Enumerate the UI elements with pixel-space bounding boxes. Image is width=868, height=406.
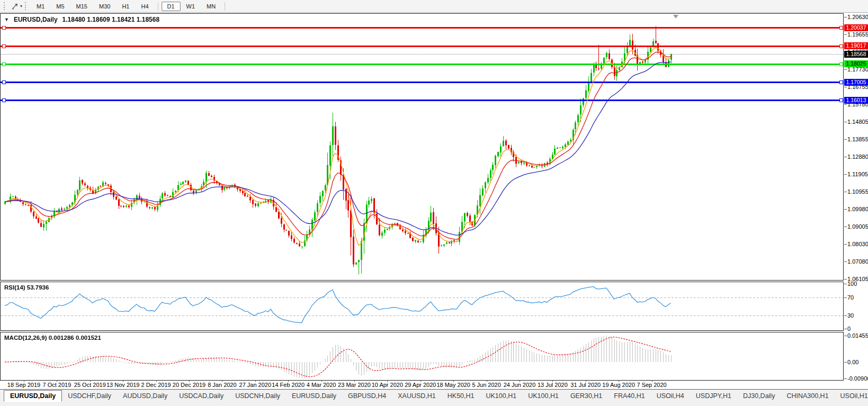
timeframe-button-m15[interactable]: M15	[70, 2, 93, 11]
top-toolbar: ▾ M1M5M15M30H1H4D1W1MN	[0, 0, 868, 13]
chart-tab[interactable]: FRA40,H1	[608, 391, 650, 402]
macd-label: MACD(12,26,9) 0.001286 0.001521	[4, 335, 101, 341]
rsi-panel: RSI(14) 53.7936	[0, 282, 844, 331]
date-axis-label: 10 Apr 2020	[372, 382, 403, 388]
chart-tab[interactable]: GER30,H1	[565, 391, 608, 402]
price-axis-tick: 1.09980	[847, 206, 868, 212]
macd-panel: MACD(12,26,9) 0.001286 0.001521	[0, 332, 844, 381]
chart-tab[interactable]: EURUSD,Daily	[286, 391, 342, 402]
date-axis-label: 5 Jun 2020	[472, 382, 500, 388]
price-axis: 1.206301.196551.186801.177301.167551.157…	[844, 13, 868, 384]
chart-tab[interactable]: USOil,H4	[651, 391, 690, 402]
chart-tab[interactable]: XAUUSD,H1	[392, 391, 442, 402]
macd-axis-tick: 0.00	[847, 359, 858, 365]
cursor-tool-button[interactable]: ▾	[10, 2, 24, 11]
date-axis-label: 18 Sep 2019	[7, 382, 40, 388]
price-axis-tick: 1.20630	[847, 14, 868, 20]
price-axis-tick: 1.13855	[847, 137, 868, 142]
timeframe-button-mn[interactable]: MN	[201, 2, 221, 11]
date-axis-label: 29 Apr 2020	[405, 382, 436, 388]
chart-tab[interactable]: EURUSD,Daily	[4, 390, 62, 402]
price-axis-tick: 1.17730	[847, 67, 868, 73]
rsi-axis-tick: 70	[847, 295, 854, 301]
timeframe-button-m1[interactable]: M1	[31, 2, 50, 11]
hline-price-box: 1.17005	[844, 79, 868, 86]
cursor-tool-icon	[11, 2, 19, 10]
date-axis-label: 27 Jan 2020	[239, 382, 272, 388]
date-axis-label: 8 Jan 2020	[208, 382, 236, 388]
toolbar-separator	[225, 2, 225, 11]
chart-collapse-icon[interactable]: ▼	[4, 17, 9, 22]
chart-tab[interactable]: USDCNH,Daily	[229, 391, 286, 402]
toolbar-separator	[158, 2, 158, 11]
chart-title: ▼ EURUSD,Daily 1.18480 1.18609 1.18421 1…	[4, 16, 159, 23]
chart-ohlc-readout: 1.18480 1.18609 1.18421 1.18568	[62, 16, 160, 23]
date-axis-label: 24 Jun 2020	[504, 382, 536, 388]
timeframe-button-m30[interactable]: M30	[93, 2, 116, 11]
date-axis-label: 7 Sep 2020	[637, 382, 666, 388]
timeframe-button-h4[interactable]: H4	[135, 2, 154, 11]
date-axis-label: 13 Jul 2020	[538, 382, 568, 388]
date-axis-label: 14 Feb 2020	[272, 382, 305, 388]
timeframe-buttons: M1M5M15M30H1H4D1W1MN	[31, 2, 228, 11]
chart-tab[interactable]: AUDUSD,Daily	[117, 391, 173, 402]
dropdown-caret-icon[interactable]: ▾	[20, 4, 22, 9]
trading-platform-window: { "icons": { "dropdown_caret": "▾", "tit…	[0, 0, 868, 406]
price-axis-tick: 1.08030	[847, 241, 868, 247]
price-axis-tick: 1.12880	[847, 154, 868, 160]
chart-tab[interactable]: UK100,H1	[522, 391, 565, 402]
timeframe-button-h1[interactable]: H1	[116, 2, 135, 11]
date-axis-label: 2 Dec 2019	[141, 382, 171, 388]
toolbar-grip[interactable]	[25, 2, 27, 10]
chart-tab[interactable]: USDJPY,H1	[690, 391, 737, 402]
macd-axis-tick: 0.014556	[847, 333, 868, 339]
chart-tab[interactable]: USDCHF,Daily	[62, 391, 117, 402]
price-axis-tick: 1.07080	[847, 259, 868, 265]
date-axis-label: 7 Oct 2019	[42, 382, 71, 388]
chart-tab[interactable]: DJ30,Daily	[737, 391, 781, 402]
price-axis-tick: 1.10955	[847, 189, 868, 195]
date-axis-label: 4 Mar 2020	[307, 382, 336, 388]
price-axis-tick: 1.14805	[847, 119, 868, 125]
chart-shift-marker[interactable]	[673, 15, 678, 19]
chart-tab[interactable]: USOil,H1	[835, 391, 868, 402]
chart-tab[interactable]: HK50,H1	[442, 391, 480, 402]
timeframe-button-m5[interactable]: M5	[50, 2, 70, 11]
chart-tabs-bar: EURUSD,DailyUSDCHF,DailyAUDUSD,DailyUSDC…	[0, 389, 868, 406]
date-axis-label: 23 Mar 2020	[338, 382, 371, 388]
timeframe-button-d1[interactable]: D1	[162, 2, 181, 11]
rsi-axis-tick: 30	[847, 313, 854, 319]
date-axis-label: 13 Nov 2019	[106, 382, 139, 388]
price-axis-tick: 1.19655	[847, 32, 868, 38]
date-axis-label: 18 May 2020	[436, 382, 470, 388]
rsi-axis-tick: 0	[847, 326, 851, 332]
chart-tab[interactable]: CHINA300,H1	[781, 391, 834, 402]
toolbar-grip[interactable]	[4, 2, 6, 10]
chart-tab[interactable]: USDCAD,Daily	[173, 391, 229, 402]
timeframe-button-w1[interactable]: W1	[181, 2, 201, 11]
current-price-box: 1.18568	[844, 51, 868, 58]
rsi-axis-tick: 100	[847, 281, 857, 287]
hline-price-box: 1.19017	[844, 42, 868, 49]
date-axis-label: 31 Jul 2020	[570, 382, 601, 388]
hline-price-box: 1.16013	[844, 97, 868, 104]
chart-symbol-label: EURUSD,Daily	[14, 16, 58, 23]
date-axis-label: 20 Dec 2019	[173, 382, 205, 388]
main-chart-panel: ▼ EURUSD,Daily 1.18480 1.18609 1.18421 1…	[0, 13, 844, 281]
hline-price-box: 1.20037	[844, 24, 868, 31]
chart-tab[interactable]: UK100,H1	[480, 391, 523, 402]
hline-price-box: 1.18025	[844, 60, 868, 67]
main-chart-canvas[interactable]	[1, 14, 843, 280]
chart-tab[interactable]: GBPUSD,H4	[342, 391, 392, 402]
date-axis: 18 Sep 20197 Oct 201925 Oct 201913 Nov 2…	[0, 381, 868, 389]
date-axis-label: 25 Oct 2019	[74, 382, 106, 388]
date-axis-label: 19 Aug 2020	[602, 382, 635, 388]
price-axis-tick: 1.09005	[847, 224, 868, 230]
rsi-canvas[interactable]	[1, 282, 843, 330]
rsi-label: RSI(14) 53.7936	[4, 284, 49, 291]
macd-canvas[interactable]	[1, 332, 843, 380]
price-axis-tick: 1.11905	[847, 172, 868, 177]
